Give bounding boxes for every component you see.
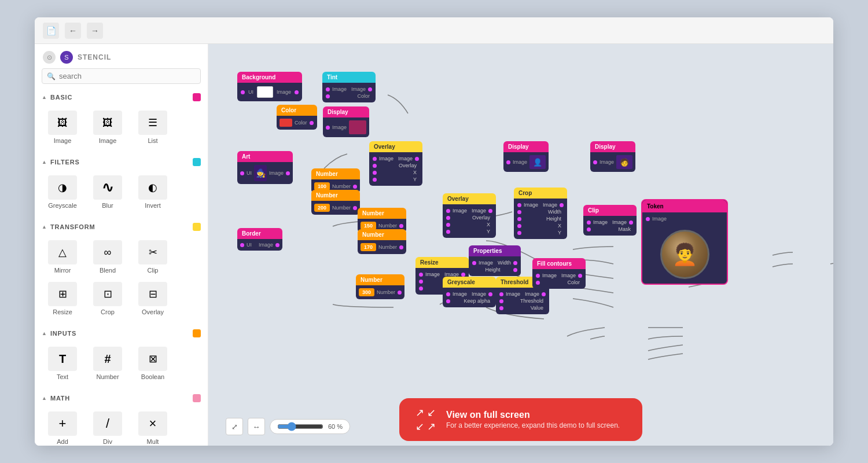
ov1-img-out (415, 157, 419, 161)
stencil-item-mult[interactable]: × Mult (132, 409, 174, 446)
node-number4[interactable]: Number 170 Number (358, 229, 406, 254)
zoom-control[interactable]: 60 % (270, 419, 350, 434)
image2-icon: 🖼 (93, 111, 122, 135)
ov1-overlay-in (373, 164, 377, 168)
tint-image-out (368, 87, 372, 91)
invert-icon: ◐ (138, 175, 167, 200)
node-number4-val: 170 (361, 243, 376, 251)
ov2-x-in (446, 223, 450, 227)
titlebar: 📄 ← → (35, 17, 833, 44)
crop-x-in (517, 224, 521, 228)
section-basic-header[interactable]: ▲ BASIC (35, 90, 208, 105)
section-transform-arrow: ▲ (42, 224, 47, 230)
stencil-item-add[interactable]: + Add (42, 409, 83, 446)
ov1-x-in (373, 171, 377, 175)
stencil-item-invert[interactable]: ◐ Invert (132, 173, 174, 211)
section-math-items: + Add / Div × Mult (35, 406, 208, 446)
node-border[interactable]: Border UI Image (237, 228, 282, 251)
fill-color-in (536, 281, 540, 285)
section-filters-header[interactable]: ▲ FILTERS (35, 155, 208, 170)
stencil-item-boolean[interactable]: ⊠ Boolean (132, 344, 174, 383)
stencil-item-number[interactable]: # Number (87, 344, 128, 383)
stencil-item-crop[interactable]: ⊡ Crop (87, 280, 128, 318)
stencil-item-clip[interactable]: ✂ Clip (132, 238, 174, 276)
blend-label: Blend (100, 267, 116, 274)
node-display2[interactable]: Display Image 👤 (503, 141, 549, 172)
node-properties-label: Properties (473, 248, 502, 254)
node-greyscale-label: Greyscale (447, 279, 475, 285)
node-greyscale[interactable]: Greyscale Image Image Keep alpha (443, 277, 496, 307)
stencil-item-image1[interactable]: 🖼 Image (42, 108, 83, 146)
search-box[interactable]: 🔍 (42, 68, 201, 84)
search-input[interactable] (59, 72, 196, 80)
stencil-item-mirror[interactable]: △ Mirror (42, 238, 83, 276)
node-color-label: Color (281, 107, 296, 113)
zoom-slider-input[interactable] (277, 422, 323, 431)
section-inputs-arrow: ▲ (42, 330, 47, 336)
crop-y-in (517, 231, 521, 235)
forward-button[interactable]: → (87, 23, 103, 39)
node-clip[interactable]: Clip Image Image Mask (583, 205, 637, 236)
node-overlay1-label: Overlay (374, 144, 395, 150)
node-fill-contours[interactable]: Fill contours Image Image Color (532, 258, 586, 289)
node-token[interactable]: Token Image 🧑‍🦱 (641, 199, 728, 285)
section-transform-title: TRANSFORM (50, 223, 189, 230)
back-button[interactable]: ← (65, 23, 81, 39)
border-img-out (275, 243, 279, 247)
crop-img-out (560, 203, 564, 207)
node-number2[interactable]: Number 200 Number (311, 190, 360, 215)
thresh-img-out (542, 292, 546, 296)
stencil-item-resize[interactable]: ⊞ Resize (42, 280, 83, 318)
stencil-item-greyscale[interactable]: ◑ Greyscale (42, 173, 83, 211)
node-background[interactable]: Background UI Image (237, 72, 302, 101)
section-transform-header[interactable]: ▲ TRANSFORM (35, 219, 208, 234)
node-art-label: Art (242, 153, 250, 160)
node-overlay2[interactable]: Overlay Image Image Overlay (443, 193, 496, 238)
mirror-icon: △ (48, 240, 77, 264)
display2-in (506, 160, 510, 164)
greyscale-icon: ◑ (48, 175, 77, 200)
node-token-label: Token (647, 203, 664, 210)
node-overlay1[interactable]: Overlay Image Image Overlay (369, 141, 422, 186)
zoom-label: 60 % (328, 423, 343, 430)
node-number1-val: 100 (314, 182, 330, 190)
color-out (310, 121, 314, 125)
canvas-area[interactable]: Background UI Image Tint (208, 44, 833, 446)
crop-label: Crop (101, 308, 115, 315)
stencil-item-image2[interactable]: 🖼 Image (87, 108, 128, 146)
file-button[interactable]: 📄 (43, 23, 59, 39)
section-inputs-header[interactable]: ▲ INPUTS (35, 326, 208, 341)
section-filters-title: FILTERS (50, 159, 189, 166)
thresh-t-in (499, 299, 503, 303)
node-crop[interactable]: Crop Image Image Width Heig (514, 188, 567, 239)
stencil-item-overlay[interactable]: ⊟ Overlay (132, 280, 174, 318)
boolean-label: Boolean (141, 373, 164, 380)
section-inputs-items: T Text # Number ⊠ Boolean (35, 341, 208, 388)
node-properties[interactable]: Properties Image Width Height (469, 245, 521, 276)
node-threshold-label: Threshold (501, 279, 528, 285)
stencil-icon: ⊙ (43, 51, 56, 64)
stencil-item-div[interactable]: / Div (87, 409, 128, 446)
fullscreen-button[interactable]: ⤢ (226, 418, 243, 435)
stencil-item-text[interactable]: T Text (42, 344, 83, 383)
node-display1[interactable]: Display Image (323, 106, 369, 137)
list-label: List (148, 137, 157, 144)
node-number5[interactable]: Number 300 Number (356, 274, 404, 299)
section-math-dot (193, 394, 201, 402)
toast-subtitle: For a better experience, expand this dem… (446, 421, 620, 429)
stencil-item-blur[interactable]: ∿ Blur (87, 173, 128, 211)
stencil-item-blend[interactable]: ∞ Blend (87, 238, 128, 276)
grey-img-in (446, 292, 450, 296)
fit-button[interactable]: ↔ (248, 418, 265, 435)
node-art[interactable]: Art UI 🧙 Image (237, 151, 293, 184)
overlay-label: Overlay (142, 308, 164, 315)
sidebar: ⊙ S STENCIL 🔍 ▲ BASIC 🖼 Image (35, 44, 208, 446)
section-inputs-dot (193, 329, 201, 337)
node-tint[interactable]: Tint Image Image Color (322, 72, 376, 102)
section-filters-dot (193, 158, 201, 166)
node-display3[interactable]: Display Image 🧑 (590, 141, 635, 172)
section-math-header[interactable]: ▲ MATH (35, 391, 208, 406)
node-color[interactable]: Color Color (277, 105, 317, 130)
stencil-item-list[interactable]: ☰ List (132, 108, 174, 146)
overlay-icon: ⊟ (138, 282, 167, 306)
